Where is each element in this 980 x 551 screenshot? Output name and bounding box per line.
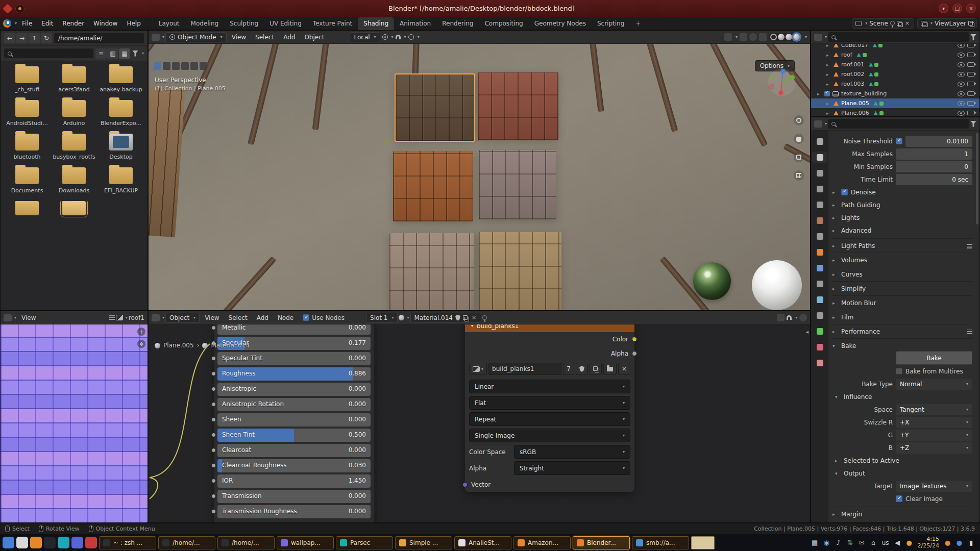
properties-tab[interactable] xyxy=(812,246,827,258)
property-value[interactable]: Image Textures xyxy=(896,481,972,492)
filter-icon[interactable] xyxy=(970,34,976,40)
slot-dropdown[interactable]: Slot 1▾ xyxy=(366,313,398,323)
disclosure-icon[interactable]: ▸ xyxy=(826,111,831,116)
properties-row[interactable]: Min Samples 0 xyxy=(832,160,972,173)
empty-tray-slot[interactable] xyxy=(691,536,715,549)
pan-hand-icon[interactable] xyxy=(794,134,804,144)
properties-tab[interactable] xyxy=(812,199,827,210)
color-output-socket[interactable] xyxy=(632,337,637,342)
taskbar-window-button[interactable]: Parsec xyxy=(336,536,393,549)
disclosure-icon[interactable]: ▸ xyxy=(826,72,831,77)
hide-eye-icon[interactable] xyxy=(958,53,965,58)
disclosure-icon[interactable]: ▸ xyxy=(832,215,838,220)
clipboard-tray-icon[interactable]: ▤ xyxy=(811,539,819,546)
bsdf-slider-row[interactable]: Anisotropic 0.000 xyxy=(217,383,371,396)
properties-tab[interactable] xyxy=(812,215,827,226)
disclosure-icon[interactable]: ▸ xyxy=(832,300,838,306)
folder-item[interactable]: AndroidStudi... xyxy=(4,100,51,127)
panel-menu-icon[interactable] xyxy=(967,330,972,334)
workspace-tab[interactable]: Sculpting xyxy=(224,17,264,30)
disclosure-icon[interactable]: ▸ xyxy=(832,203,838,208)
properties-row[interactable]: Target Image Textures xyxy=(832,480,972,492)
disclosure-icon[interactable]: ▾ xyxy=(835,394,841,399)
property-value[interactable]: 1 xyxy=(896,148,972,160)
shading-wireframe-icon[interactable] xyxy=(770,34,777,40)
unlink-scene-icon[interactable]: × xyxy=(904,20,911,27)
properties-row[interactable]: ▸ Selected to Active xyxy=(832,454,972,467)
ortho-grid-icon[interactable] xyxy=(794,170,804,181)
shader-menu[interactable]: Select xyxy=(225,313,252,323)
window-control-button[interactable]: ▾ xyxy=(939,4,948,13)
keyboard-layout-indicator[interactable]: us xyxy=(882,539,889,546)
folder-item[interactable]: bluetooth xyxy=(4,134,51,160)
taskbar-window-button[interactable]: ~ : zsh ... xyxy=(99,536,156,549)
input-socket[interactable] xyxy=(211,417,216,422)
properties-tab[interactable] xyxy=(812,152,827,163)
taskbar-clock[interactable]: 4:15 2/25/24 xyxy=(918,536,939,549)
toggle-icon[interactable] xyxy=(172,62,180,70)
menubar-menu[interactable]: File xyxy=(18,18,36,29)
outliner-item[interactable]: ▸ roof xyxy=(811,50,979,60)
workspace-tab[interactable]: Texture Paint xyxy=(307,17,358,30)
disclosure-icon[interactable]: ▸ xyxy=(832,286,838,291)
disclosure-icon[interactable]: ▾ xyxy=(832,343,838,348)
shader-menu[interactable]: Add xyxy=(253,313,273,323)
hide-eye-icon[interactable] xyxy=(958,91,965,96)
properties-row[interactable]: ▾ Influence xyxy=(832,390,972,403)
scene-plane[interactable] xyxy=(478,72,558,140)
properties-row[interactable]: ▸ Simplify xyxy=(832,281,972,294)
properties-row[interactable]: ▸ Film xyxy=(832,310,972,322)
hide-eye-icon[interactable] xyxy=(958,101,965,106)
property-value[interactable]: Bake xyxy=(896,351,972,365)
pin-icon[interactable] xyxy=(890,21,895,26)
open-image-icon[interactable] xyxy=(603,363,617,375)
duplicate-material-icon[interactable] xyxy=(463,315,468,320)
viewlayer-selector[interactable]: ▾ ViewLayer xyxy=(917,18,977,29)
object-visibility-icon[interactable] xyxy=(724,33,732,41)
launcher-music-icon[interactable] xyxy=(30,537,42,548)
input-socket[interactable] xyxy=(211,509,216,514)
bsdf-slider-row[interactable]: Clearcoat Roughness 0.030 xyxy=(217,459,371,472)
workspace-tab[interactable]: Modeling xyxy=(185,17,225,30)
new-scene-icon[interactable] xyxy=(897,21,902,26)
properties-tab[interactable] xyxy=(812,167,827,179)
property-value[interactable]: Normal xyxy=(896,379,972,390)
view-list-icon[interactable]: ≡ xyxy=(95,48,107,59)
properties-tab[interactable] xyxy=(812,294,827,305)
properties-row[interactable]: ▸ Volumes xyxy=(832,253,972,265)
taskbar-window-button[interactable]: Amazon... xyxy=(513,536,571,549)
view-thumbnails-icon[interactable]: ▦ xyxy=(119,48,130,59)
viewport-menu[interactable]: View xyxy=(228,32,250,42)
launcher-files-icon[interactable] xyxy=(16,537,28,548)
input-socket[interactable] xyxy=(211,387,216,391)
vector-input-socket[interactable] xyxy=(462,482,468,487)
render-visibility-icon[interactable] xyxy=(967,91,974,96)
bsdf-slider-row[interactable]: Clearcoat 0.000 xyxy=(217,444,371,457)
folder-item[interactable] xyxy=(51,201,97,218)
panel-menu-icon[interactable] xyxy=(967,244,972,248)
input-socket[interactable] xyxy=(211,402,216,407)
folder-item[interactable]: EFI_BACKUP xyxy=(97,167,144,194)
notification-icon[interactable]: ● xyxy=(905,539,914,546)
nav-button[interactable]: → xyxy=(16,33,28,43)
folder-item[interactable]: anakey-backup xyxy=(97,66,144,93)
property-value[interactable]: +Y xyxy=(896,430,972,441)
properties-tab[interactable] xyxy=(812,183,827,194)
menubar-menu[interactable]: Window xyxy=(89,18,121,29)
outliner-item[interactable]: ▸ Plane.005 xyxy=(811,98,979,108)
workspace-tab[interactable]: Layout xyxy=(153,17,185,30)
bsdf-slider-row[interactable]: Sheen 0.000 xyxy=(217,413,371,427)
scene-pole[interactable] xyxy=(312,44,331,130)
input-socket[interactable] xyxy=(211,494,216,498)
render-visibility-icon[interactable] xyxy=(967,101,974,106)
filter-icon[interactable] xyxy=(132,51,138,57)
viewport-menu[interactable]: Select xyxy=(251,32,278,42)
properties-tab[interactable] xyxy=(812,341,827,353)
workspace-tab[interactable]: Shading xyxy=(358,17,394,30)
image-browse-icon[interactable] xyxy=(116,315,123,320)
taskbar-window-button[interactable]: smb://a... xyxy=(632,536,689,549)
pan-region-icon[interactable]: ✥ xyxy=(137,340,145,348)
workspace-tab[interactable]: Animation xyxy=(394,17,436,30)
menubar-menu[interactable]: Help xyxy=(122,18,144,29)
node-dropdown[interactable]: Flat▾ xyxy=(469,396,630,410)
